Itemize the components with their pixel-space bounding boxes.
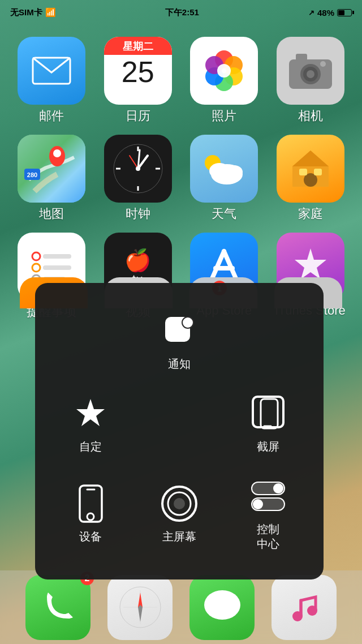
svg-point-27 xyxy=(136,166,140,171)
home-btn-icon xyxy=(160,484,199,523)
app-calendar[interactable]: 星期二 25 日历 xyxy=(98,37,179,124)
at-customize[interactable]: 自定 xyxy=(46,383,135,465)
battery-percentage: 48% xyxy=(317,8,334,18)
calendar-label: 日历 xyxy=(126,108,150,124)
status-time: 下午2:51 xyxy=(165,7,199,18)
svg-rect-35 xyxy=(299,169,307,175)
app-home[interactable]: 家庭 xyxy=(270,135,351,222)
screenshot-label: 截屏 xyxy=(257,439,279,454)
svg-rect-40 xyxy=(43,265,71,270)
weather-label: 天气 xyxy=(212,205,236,222)
battery-icon xyxy=(337,9,352,16)
at-notification[interactable]: 通知 xyxy=(135,300,224,383)
home-icon xyxy=(277,135,344,203)
wifi-icon: 📶 xyxy=(45,7,56,18)
dock-safari-icon xyxy=(107,575,173,640)
calendar-day: 星期二 xyxy=(104,37,172,55)
calendar-body: 25 xyxy=(122,55,154,87)
svg-point-16 xyxy=(53,149,61,157)
svg-rect-51 xyxy=(253,397,283,427)
device-label: 设备 xyxy=(79,529,102,544)
status-right: ↗ 48% xyxy=(308,8,352,18)
dock-music-icon xyxy=(272,575,337,640)
svg-point-61 xyxy=(273,483,283,493)
svg-line-44 xyxy=(224,251,236,278)
notification-label: 通知 xyxy=(168,357,191,371)
svg-rect-36 xyxy=(314,169,322,175)
dock-phone-icon: 2 xyxy=(25,575,90,640)
svg-point-73 xyxy=(307,606,317,616)
at-empty-2 xyxy=(223,300,312,383)
app-photos[interactable]: 照片 xyxy=(184,37,265,124)
svg-point-31 xyxy=(226,165,243,179)
maps-icon: 280 xyxy=(18,135,85,203)
svg-marker-68 xyxy=(138,605,143,622)
carrier-label: 无SIM卡 xyxy=(10,7,42,18)
notification-icon xyxy=(160,311,199,351)
at-empty-3 xyxy=(135,383,224,465)
camera-label: 相机 xyxy=(298,108,323,124)
svg-point-37 xyxy=(32,252,40,260)
customize-label: 自定 xyxy=(79,439,102,454)
calendar-icon: 星期二 25 xyxy=(104,37,172,105)
star-icon xyxy=(71,394,110,433)
dock-music[interactable] xyxy=(272,575,337,640)
at-control-center[interactable]: 控制 中心 xyxy=(223,465,312,563)
svg-point-39 xyxy=(32,264,40,272)
dock-messages[interactable] xyxy=(189,575,255,640)
dock-phone[interactable]: 2 xyxy=(25,575,90,640)
at-empty-1 xyxy=(46,300,135,383)
at-screenshot[interactable]: 截屏 xyxy=(223,383,312,465)
assistive-touch-modal: 通知 自定 截屏 xyxy=(35,283,324,579)
svg-point-49 xyxy=(183,318,192,327)
dock-messages-icon xyxy=(189,575,255,640)
status-left: 无SIM卡 📶 xyxy=(10,7,56,18)
at-grid: 通知 自定 截屏 xyxy=(46,300,312,563)
clock-label: 时钟 xyxy=(126,205,150,222)
status-bar: 无SIM卡 📶 下午2:51 ↗ 48% xyxy=(0,0,362,25)
svg-rect-52 xyxy=(261,399,278,428)
svg-point-63 xyxy=(253,499,263,509)
svg-point-13 xyxy=(320,61,326,67)
app-weather[interactable]: 天气 xyxy=(184,135,265,222)
svg-point-72 xyxy=(292,611,303,621)
svg-point-7 xyxy=(217,64,231,78)
home-btn-label: 主屏幕 xyxy=(162,529,196,544)
svg-text:280: 280 xyxy=(27,171,37,178)
device-icon xyxy=(71,484,110,523)
dock-safari[interactable] xyxy=(107,575,173,640)
svg-rect-38 xyxy=(43,254,71,259)
at-home[interactable]: 主屏幕 xyxy=(135,465,224,563)
mail-label: 邮件 xyxy=(39,108,64,124)
app-maps[interactable]: 280 地图 xyxy=(11,135,92,222)
svg-rect-54 xyxy=(80,486,102,522)
svg-marker-46 xyxy=(295,248,326,279)
svg-point-69 xyxy=(204,590,240,620)
photos-icon xyxy=(190,37,258,105)
screenshot-icon xyxy=(248,394,288,433)
toggle-icon xyxy=(248,476,288,516)
control-center-label: 控制 中心 xyxy=(257,522,279,551)
svg-line-43 xyxy=(212,251,224,278)
weather-icon xyxy=(190,135,258,203)
clock-icon xyxy=(104,135,172,203)
maps-label: 地图 xyxy=(39,205,64,222)
calendar-date: 25 xyxy=(122,57,154,87)
svg-marker-50 xyxy=(76,399,105,426)
home-label: 家庭 xyxy=(298,205,323,222)
svg-marker-33 xyxy=(292,151,329,166)
dock: 2 xyxy=(0,570,362,644)
location-icon: ↗ xyxy=(308,8,314,17)
svg-point-59 xyxy=(174,498,185,509)
photos-label: 照片 xyxy=(212,108,236,124)
svg-rect-9 xyxy=(296,54,307,61)
svg-point-12 xyxy=(307,70,314,78)
camera-icon xyxy=(277,37,344,105)
svg-point-56 xyxy=(87,513,94,520)
app-camera[interactable]: 相机 xyxy=(270,37,351,124)
mail-icon xyxy=(18,37,85,105)
app-clock[interactable]: 时钟 xyxy=(98,135,179,222)
app-mail[interactable]: 邮件 xyxy=(11,37,92,124)
at-device[interactable]: 设备 xyxy=(46,465,135,563)
